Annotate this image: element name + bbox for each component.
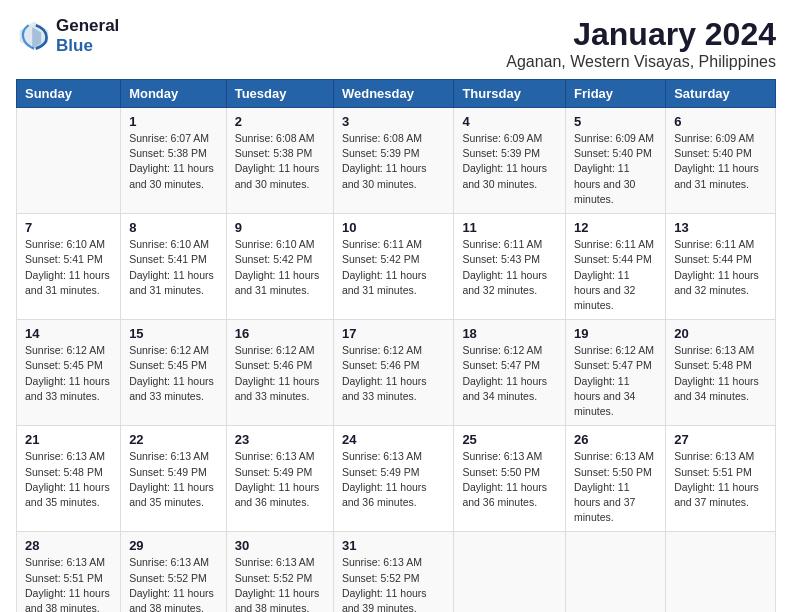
- day-info: Sunrise: 6:09 AM Sunset: 5:39 PM Dayligh…: [462, 131, 557, 192]
- calendar-header: SundayMondayTuesdayWednesdayThursdayFrid…: [17, 80, 776, 108]
- calendar-cell: 6Sunrise: 6:09 AM Sunset: 5:40 PM Daylig…: [666, 108, 776, 214]
- column-header-saturday: Saturday: [666, 80, 776, 108]
- calendar-cell: 17Sunrise: 6:12 AM Sunset: 5:46 PM Dayli…: [333, 320, 453, 426]
- calendar-week-row: 21Sunrise: 6:13 AM Sunset: 5:48 PM Dayli…: [17, 426, 776, 532]
- day-info: Sunrise: 6:13 AM Sunset: 5:48 PM Dayligh…: [674, 343, 767, 404]
- calendar-cell: 23Sunrise: 6:13 AM Sunset: 5:49 PM Dayli…: [226, 426, 333, 532]
- calendar-cell: 4Sunrise: 6:09 AM Sunset: 5:39 PM Daylig…: [454, 108, 566, 214]
- calendar-week-row: 14Sunrise: 6:12 AM Sunset: 5:45 PM Dayli…: [17, 320, 776, 426]
- calendar-cell: 24Sunrise: 6:13 AM Sunset: 5:49 PM Dayli…: [333, 426, 453, 532]
- day-info: Sunrise: 6:08 AM Sunset: 5:38 PM Dayligh…: [235, 131, 325, 192]
- calendar-cell: 14Sunrise: 6:12 AM Sunset: 5:45 PM Dayli…: [17, 320, 121, 426]
- day-info: Sunrise: 6:08 AM Sunset: 5:39 PM Dayligh…: [342, 131, 445, 192]
- day-info: Sunrise: 6:13 AM Sunset: 5:52 PM Dayligh…: [129, 555, 218, 612]
- calendar-cell: [17, 108, 121, 214]
- calendar-cell: 1Sunrise: 6:07 AM Sunset: 5:38 PM Daylig…: [121, 108, 227, 214]
- day-number: 13: [674, 220, 767, 235]
- calendar-cell: 18Sunrise: 6:12 AM Sunset: 5:47 PM Dayli…: [454, 320, 566, 426]
- column-header-thursday: Thursday: [454, 80, 566, 108]
- calendar-cell: 19Sunrise: 6:12 AM Sunset: 5:47 PM Dayli…: [566, 320, 666, 426]
- day-info: Sunrise: 6:13 AM Sunset: 5:48 PM Dayligh…: [25, 449, 112, 510]
- day-info: Sunrise: 6:10 AM Sunset: 5:41 PM Dayligh…: [129, 237, 218, 298]
- calendar-cell: 21Sunrise: 6:13 AM Sunset: 5:48 PM Dayli…: [17, 426, 121, 532]
- main-title: January 2024: [506, 16, 776, 53]
- calendar-cell: 20Sunrise: 6:13 AM Sunset: 5:48 PM Dayli…: [666, 320, 776, 426]
- day-info: Sunrise: 6:10 AM Sunset: 5:41 PM Dayligh…: [25, 237, 112, 298]
- day-number: 12: [574, 220, 657, 235]
- page-header: General Blue January 2024 Aganan, Wester…: [16, 16, 776, 71]
- calendar-cell: 15Sunrise: 6:12 AM Sunset: 5:45 PM Dayli…: [121, 320, 227, 426]
- day-number: 30: [235, 538, 325, 553]
- day-info: Sunrise: 6:11 AM Sunset: 5:42 PM Dayligh…: [342, 237, 445, 298]
- day-number: 4: [462, 114, 557, 129]
- day-info: Sunrise: 6:09 AM Sunset: 5:40 PM Dayligh…: [574, 131, 657, 207]
- day-info: Sunrise: 6:13 AM Sunset: 5:51 PM Dayligh…: [25, 555, 112, 612]
- day-number: 3: [342, 114, 445, 129]
- day-info: Sunrise: 6:13 AM Sunset: 5:51 PM Dayligh…: [674, 449, 767, 510]
- calendar-cell: [454, 532, 566, 612]
- day-number: 21: [25, 432, 112, 447]
- day-number: 9: [235, 220, 325, 235]
- day-info: Sunrise: 6:11 AM Sunset: 5:44 PM Dayligh…: [574, 237, 657, 313]
- calendar-cell: 25Sunrise: 6:13 AM Sunset: 5:50 PM Dayli…: [454, 426, 566, 532]
- calendar-cell: 30Sunrise: 6:13 AM Sunset: 5:52 PM Dayli…: [226, 532, 333, 612]
- day-number: 15: [129, 326, 218, 341]
- calendar-cell: [566, 532, 666, 612]
- day-info: Sunrise: 6:12 AM Sunset: 5:46 PM Dayligh…: [235, 343, 325, 404]
- column-header-friday: Friday: [566, 80, 666, 108]
- calendar-cell: 2Sunrise: 6:08 AM Sunset: 5:38 PM Daylig…: [226, 108, 333, 214]
- day-number: 20: [674, 326, 767, 341]
- day-number: 11: [462, 220, 557, 235]
- day-info: Sunrise: 6:11 AM Sunset: 5:43 PM Dayligh…: [462, 237, 557, 298]
- calendar-week-row: 1Sunrise: 6:07 AM Sunset: 5:38 PM Daylig…: [17, 108, 776, 214]
- day-number: 31: [342, 538, 445, 553]
- day-number: 22: [129, 432, 218, 447]
- day-info: Sunrise: 6:11 AM Sunset: 5:44 PM Dayligh…: [674, 237, 767, 298]
- day-number: 28: [25, 538, 112, 553]
- day-info: Sunrise: 6:12 AM Sunset: 5:46 PM Dayligh…: [342, 343, 445, 404]
- column-header-wednesday: Wednesday: [333, 80, 453, 108]
- day-number: 27: [674, 432, 767, 447]
- day-info: Sunrise: 6:12 AM Sunset: 5:45 PM Dayligh…: [129, 343, 218, 404]
- day-info: Sunrise: 6:10 AM Sunset: 5:42 PM Dayligh…: [235, 237, 325, 298]
- calendar-cell: 29Sunrise: 6:13 AM Sunset: 5:52 PM Dayli…: [121, 532, 227, 612]
- day-info: Sunrise: 6:13 AM Sunset: 5:49 PM Dayligh…: [342, 449, 445, 510]
- logo: General Blue: [16, 16, 119, 56]
- column-header-monday: Monday: [121, 80, 227, 108]
- day-number: 14: [25, 326, 112, 341]
- column-header-tuesday: Tuesday: [226, 80, 333, 108]
- calendar-cell: 26Sunrise: 6:13 AM Sunset: 5:50 PM Dayli…: [566, 426, 666, 532]
- title-block: January 2024 Aganan, Western Visayas, Ph…: [506, 16, 776, 71]
- calendar-cell: 13Sunrise: 6:11 AM Sunset: 5:44 PM Dayli…: [666, 214, 776, 320]
- calendar-cell: [666, 532, 776, 612]
- day-number: 29: [129, 538, 218, 553]
- column-header-sunday: Sunday: [17, 80, 121, 108]
- day-info: Sunrise: 6:13 AM Sunset: 5:50 PM Dayligh…: [462, 449, 557, 510]
- logo-text: General Blue: [56, 16, 119, 56]
- day-number: 17: [342, 326, 445, 341]
- calendar-cell: 7Sunrise: 6:10 AM Sunset: 5:41 PM Daylig…: [17, 214, 121, 320]
- calendar-cell: 11Sunrise: 6:11 AM Sunset: 5:43 PM Dayli…: [454, 214, 566, 320]
- subtitle: Aganan, Western Visayas, Philippines: [506, 53, 776, 71]
- calendar-cell: 10Sunrise: 6:11 AM Sunset: 5:42 PM Dayli…: [333, 214, 453, 320]
- calendar-cell: 5Sunrise: 6:09 AM Sunset: 5:40 PM Daylig…: [566, 108, 666, 214]
- calendar-cell: 8Sunrise: 6:10 AM Sunset: 5:41 PM Daylig…: [121, 214, 227, 320]
- day-info: Sunrise: 6:13 AM Sunset: 5:52 PM Dayligh…: [342, 555, 445, 612]
- day-number: 6: [674, 114, 767, 129]
- day-number: 19: [574, 326, 657, 341]
- day-number: 7: [25, 220, 112, 235]
- day-info: Sunrise: 6:13 AM Sunset: 5:49 PM Dayligh…: [235, 449, 325, 510]
- calendar-cell: 16Sunrise: 6:12 AM Sunset: 5:46 PM Dayli…: [226, 320, 333, 426]
- day-info: Sunrise: 6:12 AM Sunset: 5:47 PM Dayligh…: [462, 343, 557, 404]
- day-number: 16: [235, 326, 325, 341]
- calendar-week-row: 28Sunrise: 6:13 AM Sunset: 5:51 PM Dayli…: [17, 532, 776, 612]
- calendar-table: SundayMondayTuesdayWednesdayThursdayFrid…: [16, 79, 776, 612]
- day-info: Sunrise: 6:13 AM Sunset: 5:52 PM Dayligh…: [235, 555, 325, 612]
- calendar-cell: 31Sunrise: 6:13 AM Sunset: 5:52 PM Dayli…: [333, 532, 453, 612]
- calendar-cell: 12Sunrise: 6:11 AM Sunset: 5:44 PM Dayli…: [566, 214, 666, 320]
- day-info: Sunrise: 6:09 AM Sunset: 5:40 PM Dayligh…: [674, 131, 767, 192]
- day-number: 5: [574, 114, 657, 129]
- day-number: 23: [235, 432, 325, 447]
- day-number: 24: [342, 432, 445, 447]
- day-number: 8: [129, 220, 218, 235]
